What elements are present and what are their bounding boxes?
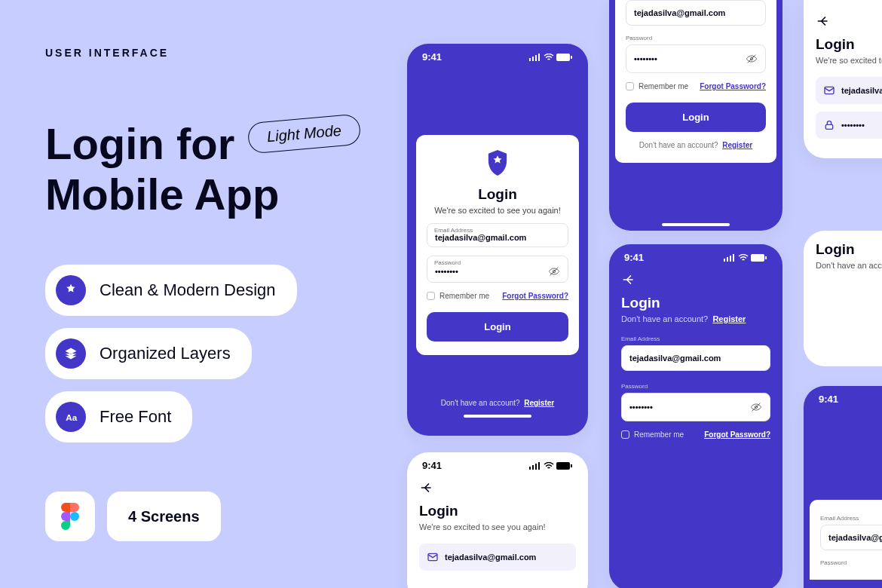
svg-text:Aa: Aa — [66, 412, 77, 422]
register-prompt: Don't have an account? — [816, 261, 882, 270]
back-button[interactable] — [621, 268, 770, 295]
register-link[interactable]: Register — [524, 399, 554, 407]
wifi-icon — [544, 462, 554, 470]
login-title: Login — [419, 503, 576, 519]
login-title: Login — [427, 186, 568, 203]
headline-line-2: Mobile App — [45, 170, 369, 220]
password-label: Password — [621, 383, 770, 390]
email-label: Email Address — [621, 335, 770, 342]
mode-pill: Light Mode — [247, 113, 362, 154]
email-input[interactable] — [828, 533, 882, 542]
svg-rect-14 — [733, 254, 734, 262]
star-badge-icon — [56, 275, 86, 305]
font-icon: Aa — [56, 402, 86, 432]
svg-rect-5 — [556, 54, 570, 61]
back-button[interactable] — [816, 9, 882, 36]
svg-rect-24 — [538, 462, 540, 470]
feature-label: Organized Layers — [100, 344, 231, 363]
email-input[interactable] — [629, 354, 762, 363]
feature-pill-design: Clean & Modern Design — [45, 265, 297, 316]
password-visibility-toggle[interactable] — [750, 401, 762, 413]
status-bar: 9:41 — [407, 44, 588, 67]
battery-icon — [751, 254, 767, 262]
status-bar: 9:41 — [609, 244, 782, 268]
remember-me-checkbox[interactable]: Remember me — [626, 82, 688, 90]
password-label: Password — [820, 559, 882, 566]
svg-rect-3 — [535, 55, 537, 61]
register-link[interactable]: Register — [712, 314, 746, 323]
headline-line-1: Login for — [45, 119, 234, 170]
password-input[interactable] — [841, 121, 882, 130]
login-title: Login — [816, 241, 882, 258]
login-button[interactable]: Login — [626, 103, 766, 132]
marketing-panel: USER INTERFACE Login for Light Mode Mobi… — [45, 47, 369, 443]
password-input[interactable] — [634, 54, 746, 63]
password-label: Password — [434, 259, 576, 266]
battery-icon — [556, 462, 573, 470]
login-subtitle: We're so excited to see you again! — [816, 56, 882, 65]
feature-label: Clean & Modern Design — [100, 280, 276, 300]
svg-rect-1 — [529, 58, 531, 61]
email-field[interactable] — [626, 0, 766, 26]
wifi-icon — [544, 54, 554, 61]
layers-icon — [56, 338, 86, 369]
password-visibility-toggle[interactable] — [548, 265, 560, 277]
svg-rect-4 — [538, 54, 540, 61]
figma-chip — [45, 492, 95, 541]
register-link[interactable]: Register — [722, 141, 752, 149]
forgot-password-link[interactable]: Forgot Password? — [704, 430, 770, 439]
status-time: 9:41 — [819, 394, 838, 405]
status-bar: 9:41 — [804, 386, 882, 409]
back-button[interactable] — [419, 476, 576, 503]
email-field[interactable] — [419, 544, 576, 571]
mail-icon — [823, 84, 835, 96]
bottom-chips: 4 Screens — [45, 492, 221, 541]
email-label: Email Address — [820, 515, 882, 522]
lock-icon — [823, 119, 835, 131]
password-field[interactable] — [816, 112, 882, 139]
signal-icon — [724, 254, 736, 262]
login-subtitle: We're so excited to see you again! — [427, 206, 568, 215]
email-input[interactable] — [841, 86, 882, 95]
password-field[interactable] — [626, 44, 766, 73]
password-label: Password — [626, 35, 766, 41]
battery-icon — [556, 54, 573, 61]
section-eyebrow: USER INTERFACE — [45, 47, 369, 59]
email-input[interactable] — [445, 553, 568, 562]
login-card: Login We're so excited to see you again!… — [416, 135, 579, 355]
svg-rect-26 — [571, 464, 572, 467]
register-prompt: Don't have an account? Register — [626, 141, 766, 149]
login-button[interactable]: Login — [427, 312, 568, 341]
screens-count-chip: 4 Screens — [107, 492, 221, 541]
feature-pill-font: Aa Free Font — [45, 391, 192, 443]
password-field[interactable] — [621, 393, 770, 421]
svg-rect-11 — [724, 259, 725, 262]
svg-rect-22 — [532, 465, 534, 470]
register-prompt: Don't have an account? Register — [407, 399, 588, 407]
email-field[interactable] — [820, 525, 882, 550]
svg-rect-6 — [571, 56, 572, 59]
home-indicator — [662, 223, 730, 226]
email-field[interactable] — [621, 345, 770, 371]
email-input[interactable] — [634, 8, 758, 17]
signal-icon — [529, 462, 541, 470]
phone-screen-card-login: 9:41 Login We're so excited to see you a… — [407, 44, 588, 436]
email-field[interactable] — [816, 77, 882, 104]
svg-rect-16 — [765, 256, 767, 259]
password-visibility-toggle[interactable] — [746, 53, 758, 65]
password-input[interactable] — [629, 403, 750, 412]
email-input[interactable] — [435, 233, 560, 242]
home-indicator — [464, 415, 531, 418]
forgot-password-link[interactable]: Forgot Password? — [700, 82, 766, 90]
svg-rect-15 — [751, 254, 764, 262]
forgot-password-link[interactable]: Forgot Password? — [502, 292, 568, 300]
login-title: Login — [816, 36, 882, 53]
svg-rect-20 — [825, 124, 832, 129]
remember-me-checkbox[interactable]: Remember me — [427, 292, 489, 300]
email-label: Email Address — [434, 227, 576, 234]
password-input[interactable] — [435, 267, 548, 276]
remember-me-checkbox[interactable]: Remember me — [621, 430, 684, 439]
shield-icon — [485, 150, 510, 176]
figma-icon — [61, 503, 79, 530]
phone-screen-light-login-3: Login Don't have an account? — [804, 231, 882, 366]
